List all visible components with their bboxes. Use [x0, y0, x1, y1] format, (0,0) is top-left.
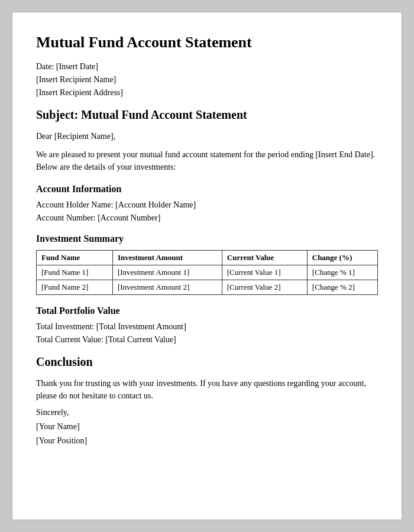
table-row: [Fund Name 2][Investment Amount 2][Curre…: [37, 280, 378, 295]
table-cell-1-3: [Change % 2]: [307, 280, 377, 295]
portfolio-heading: Total Portfolio Value: [36, 306, 378, 316]
account-info-heading: Account Information: [36, 184, 378, 194]
subject-heading: Subject: Mutual Fund Account Statement: [36, 108, 378, 122]
total-current-value-line: Total Current Value: [Total Current Valu…: [36, 335, 378, 345]
table-cell-1-0: [Fund Name 2]: [37, 280, 113, 295]
table-cell-1-2: [Current Value 2]: [222, 280, 307, 295]
table-cell-0-3: [Change % 1]: [307, 265, 377, 280]
table-cell-0-1: [Investment Amount 1]: [112, 265, 222, 280]
col-header-change: Change (%): [307, 251, 377, 265]
conclusion-text: Thank you for trusting us with your inve…: [36, 377, 378, 402]
investment-summary-heading: Investment Summary: [36, 233, 378, 244]
col-header-fund-name: Fund Name: [37, 251, 113, 265]
col-header-investment-amount: Investment Amount: [112, 251, 222, 265]
date-line: Date: [Insert Date]: [36, 62, 378, 72]
main-title: Mutual Fund Account Statement: [36, 34, 378, 51]
col-header-current-value: Current Value: [222, 251, 307, 265]
salutation: Dear [Recipient Name],: [36, 130, 378, 142]
table-cell-0-2: [Current Value 1]: [222, 265, 307, 280]
sincerely-line: Sincerely,: [36, 408, 378, 417]
investment-table: Fund Name Investment Amount Current Valu…: [36, 250, 378, 295]
conclusion-heading: Conclusion: [36, 355, 378, 369]
recipient-address-line: [Insert Recipient Address]: [36, 88, 378, 98]
your-name-line: [Your Name]: [36, 422, 378, 432]
account-number-label: Account Number: [Account Number]: [36, 213, 378, 223]
table-cell-1-1: [Investment Amount 2]: [112, 280, 222, 295]
your-position-line: [Your Position]: [36, 436, 378, 446]
table-row: [Fund Name 1][Investment Amount 1][Curre…: [37, 265, 378, 280]
table-cell-0-0: [Fund Name 1]: [37, 265, 113, 280]
account-holder-label: Account Holder Name: [Account Holder Nam…: [36, 200, 378, 210]
table-header-row: Fund Name Investment Amount Current Valu…: [37, 251, 378, 265]
intro-text: We are pleased to present your mutual fu…: [36, 148, 378, 173]
recipient-name-line: [Insert Recipient Name]: [36, 75, 378, 85]
page-container: Mutual Fund Account Statement Date: [Ins…: [12, 12, 402, 520]
total-investment-line: Total Investment: [Total Investment Amou…: [36, 322, 378, 332]
